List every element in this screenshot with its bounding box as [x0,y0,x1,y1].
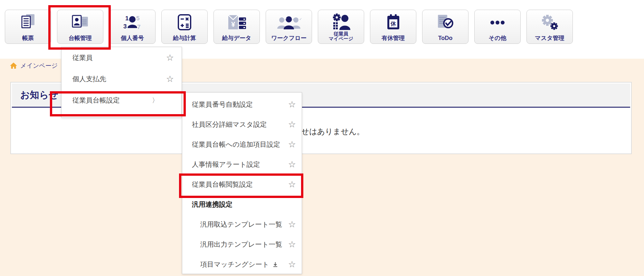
nav-button-label: 個人番号 [121,35,144,41]
master-gears-icon [527,13,573,33]
svg-text:✓: ✓ [284,17,287,21]
menu-item-label: 社員区分詳細マスタ設定 [192,120,267,129]
calculator-icon [162,13,207,33]
favorite-star-icon[interactable]: ☆ [288,240,296,249]
nav-button-label: 給与計算 [173,35,196,41]
ledger-icon [57,13,103,33]
nav-button-label: その他 [489,35,507,41]
employee-ledger-settings-submenu: 従業員番号自動設定 ☆ 社員区分詳細マスタ設定 ☆ 従業員台帳への追加項目設定 … [182,92,302,274]
nav-button-workflow[interactable]: ✓✓✓ ワークフロー [266,10,312,44]
documents-icon [5,13,51,33]
nav-button-label: 給与データ [222,35,251,41]
breadcrumb-label[interactable]: メインページ [20,62,58,70]
notice-empty-message: お知らせはありません。 [11,126,631,137]
payroll-data-icon: ¥ [214,13,260,33]
nav-button-label: 有休管理 [382,35,405,41]
nav-button-todo[interactable]: ToDo [422,10,469,44]
menu-item-label: 従業員番号自動設定 [192,100,253,109]
more-dots-icon [475,13,520,33]
menu-item-label: 従業員台帳閲覧設定 [192,180,253,189]
workflow-icon: ✓✓✓ [266,13,312,33]
menu-group-label: 汎用連携設定 [192,200,232,209]
nav-button-label: 台帳管理 [69,35,92,41]
home-icon[interactable] [10,62,17,70]
nav-button-master-management[interactable]: マスタ管理 [526,10,573,44]
submenu-item-generic-export-templates[interactable]: 汎用出力テンプレート一覧 ☆ [182,234,302,254]
menu-item-label: 人事情報アラート設定 [192,160,260,169]
svg-text:休: 休 [390,21,396,27]
favorite-star-icon[interactable]: ☆ [288,160,296,169]
notice-title: お知らせ [20,89,58,102]
nav-button-my-number[interactable]: 1 5 3 7 個人番号 [109,10,156,44]
employee-mypage-icon [318,13,364,33]
breadcrumb: メインページ [10,61,58,70]
favorite-star-icon[interactable]: ☆ [288,140,296,149]
my-number-icon: 1 5 3 7 [109,13,155,33]
submenu-group-header-generic-link-settings: 汎用連携設定 [182,194,302,214]
favorite-star-icon[interactable]: ☆ [288,260,296,269]
favorite-star-icon[interactable]: ☆ [288,180,296,189]
submenu-item-ledger-view-settings[interactable]: 従業員台帳閲覧設定 ☆ [182,174,302,194]
nav-button-label: ワークフロー [271,35,307,41]
nav-button-payroll-data[interactable]: ¥ 給与データ [213,10,260,44]
favorite-star-icon[interactable]: ☆ [288,100,296,109]
nav-button-ledger-management[interactable]: 台帳管理 [57,10,103,44]
submenu-item-ledger-additional-fields[interactable]: 従業員台帳への追加項目設定 ☆ [182,134,302,154]
submenu-item-employee-category-master[interactable]: 社員区分詳細マスタ設定 ☆ [182,114,302,134]
menu-item-label: 従業員台帳設定 [72,96,120,105]
chevron-right-icon: 〉 [152,96,158,105]
nav-button-label: 従業員 マイページ [329,31,353,42]
todo-icon [422,13,468,33]
favorite-star-icon[interactable]: ☆ [288,220,296,229]
nav-button-employee-mypage[interactable]: 従業員 マイページ [318,10,364,44]
nav-button-paid-leave[interactable]: 休 有休管理 [370,10,416,44]
submenu-item-field-matching-sheet[interactable]: 項目マッチングシート ☆ [182,254,302,274]
favorite-star-icon[interactable]: ☆ [166,75,174,84]
menu-item-label: 従業員 [72,53,93,62]
favorite-star-icon[interactable]: ☆ [166,54,174,62]
menu-item-label: 従業員台帳への追加項目設定 [192,140,280,149]
menu-item-employee[interactable]: 従業員 ☆ [62,47,182,68]
submenu-item-generic-import-templates[interactable]: 汎用取込テンプレート一覧 ☆ [182,214,302,234]
menu-item-label: 個人支払先 [72,74,106,84]
paid-leave-icon: 休 [370,13,416,33]
ledger-management-dropdown: 従業員 ☆ 個人支払先 ☆ 従業員台帳設定 〉 [61,47,182,118]
nav-button-label: 帳票 [22,35,34,41]
svg-text:✓: ✓ [292,17,295,21]
favorite-star-icon[interactable]: ☆ [288,120,296,129]
svg-text:7: 7 [137,24,141,30]
menu-item-label: 汎用取込テンプレート一覧 [200,220,282,229]
nav-button-label: マスタ管理 [535,35,564,41]
submenu-item-hr-alert-settings[interactable]: 人事情報アラート設定 ☆ [182,154,302,174]
svg-text:1: 1 [125,15,129,22]
svg-text:¥: ¥ [231,20,235,28]
menu-item-label: 項目マッチングシート [200,260,269,269]
nav-button-payroll-calculation[interactable]: 給与計算 [161,10,208,44]
svg-text:5: 5 [136,15,140,22]
submenu-item-employee-number-auto[interactable]: 従業員番号自動設定 ☆ [182,94,302,114]
svg-text:✓: ✓ [299,17,302,21]
download-icon [272,261,279,268]
svg-text:3: 3 [123,23,127,30]
nav-button-label: ToDo [438,35,453,41]
menu-item-label: 汎用出力テンプレート一覧 [200,240,282,249]
nav-button-reports[interactable]: 帳票 [5,10,51,44]
nav-button-others[interactable]: その他 [474,10,521,44]
menu-item-individual-payee[interactable]: 個人支払先 ☆ [62,68,182,90]
menu-item-employee-ledger-settings[interactable]: 従業員台帳設定 〉 [62,90,182,111]
